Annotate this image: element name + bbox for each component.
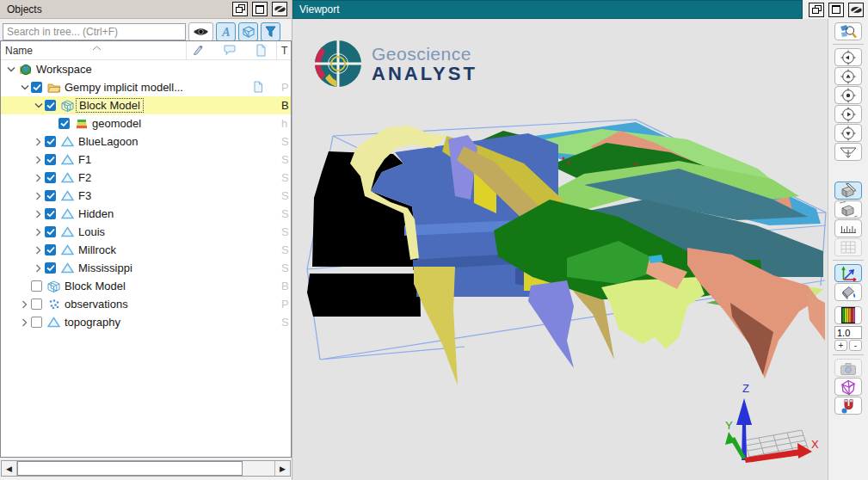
expander-closed-icon[interactable] — [32, 243, 45, 256]
expander-open-icon[interactable] — [18, 81, 31, 94]
tree-item-label: Mississippi — [76, 262, 135, 274]
view-south-button[interactable] — [834, 124, 862, 142]
tree-row-mississippi[interactable]: MississippiS — [1, 259, 291, 277]
visibility-checkbox[interactable] — [45, 226, 56, 237]
scale-increase-button[interactable]: + — [834, 340, 847, 351]
tree-row-f3[interactable]: F3S — [1, 187, 291, 205]
tree-item-label: F2 — [76, 171, 94, 184]
surface-icon — [46, 317, 62, 328]
column-header-name[interactable]: Name — [5, 45, 33, 57]
object-tree[interactable]: Name T WorkspaceGempy implicit modell...… — [0, 40, 292, 458]
scrollbar-thumb[interactable] — [17, 461, 243, 476]
scale-decrease-button[interactable]: - — [849, 340, 862, 351]
type-letter: S — [281, 189, 289, 202]
expander-closed-icon[interactable] — [32, 153, 45, 166]
wireframe-cube-button[interactable] — [834, 378, 862, 396]
visibility-checkbox[interactable] — [45, 190, 56, 201]
expander-closed-icon[interactable] — [32, 171, 45, 184]
expander-closed-icon[interactable] — [32, 207, 45, 220]
expander-closed-icon[interactable] — [32, 225, 45, 238]
visibility-checkbox[interactable] — [45, 262, 56, 274]
tree-row-louis[interactable]: LouisS — [1, 223, 291, 241]
expander-open-icon[interactable] — [4, 63, 17, 76]
view-south-icon — [839, 125, 858, 142]
view-plan-button[interactable] — [834, 86, 862, 104]
viewport-3d[interactable]: Z X Y Geoscience ANALYST — [292, 19, 828, 480]
tree-row-geomodel[interactable]: geomodelh — [1, 114, 291, 132]
visibility-checkbox[interactable] — [45, 154, 56, 165]
view-underside-button[interactable] — [834, 143, 862, 161]
hide-panel-button[interactable] — [272, 2, 287, 16]
scroll-right-button[interactable]: ▶ — [274, 461, 290, 476]
float-icon — [236, 4, 245, 14]
pen-column-icon[interactable] — [192, 44, 204, 58]
expander-closed-icon[interactable] — [18, 298, 31, 311]
float-viewport-button[interactable] — [809, 3, 824, 17]
tree-item-label: F1 — [76, 153, 94, 166]
document-icon[interactable] — [253, 81, 263, 95]
sort-indicator-icon[interactable] — [92, 41, 102, 53]
surface-icon — [59, 136, 76, 147]
view-west-button[interactable] — [834, 48, 862, 66]
color-map-button[interactable] — [834, 306, 862, 324]
visibility-checkbox[interactable] — [31, 317, 42, 328]
float-panel-button[interactable] — [232, 2, 248, 16]
slice-box-button[interactable] — [834, 200, 862, 218]
logo-text-line2: ANALYST — [372, 65, 477, 83]
tree-row-millrock[interactable]: MillrockS — [1, 241, 291, 259]
view-east-button[interactable] — [834, 105, 862, 123]
labels-toggle-button[interactable]: A — [216, 22, 236, 41]
magnet-button[interactable] — [834, 397, 862, 415]
comment-column-icon[interactable] — [223, 44, 237, 58]
filter-button[interactable] — [261, 22, 280, 41]
expander-closed-icon[interactable] — [32, 189, 45, 202]
visibility-checkbox[interactable] — [45, 136, 56, 147]
tree-row-topography[interactable]: topographyS — [1, 313, 291, 331]
visibility-checkbox[interactable] — [31, 280, 42, 292]
maximize-panel-button[interactable] — [252, 2, 268, 16]
axes-overlay-button[interactable] — [834, 264, 862, 282]
measure-button[interactable] — [834, 219, 862, 237]
type-letter: h — [281, 117, 287, 130]
visibility-checkbox[interactable] — [31, 298, 42, 310]
logo-icon — [313, 39, 363, 89]
eye-icon — [193, 27, 209, 37]
tree-row-gempy-implicit-modell[interactable]: Gempy implicit modell...P — [1, 78, 291, 96]
expander-closed-icon[interactable] — [32, 262, 45, 274]
type-letter: S — [281, 207, 289, 220]
wireframe-toggle-button[interactable] — [238, 22, 258, 41]
tree-row-observations[interactable]: observationsP — [1, 295, 291, 313]
visibility-checkbox[interactable] — [45, 208, 56, 219]
expander-closed-icon[interactable] — [18, 316, 31, 329]
horizontal-scrollbar[interactable]: ◀ ▶ — [1, 460, 291, 477]
expander-open-icon[interactable] — [32, 99, 45, 112]
objects-panel: Objects A Name T WorkspaceGempy implicit… — [0, 0, 292, 480]
tree-item-label: Workspace — [34, 63, 95, 76]
tree-row-hidden[interactable]: HiddenS — [1, 205, 291, 223]
visibility-checkbox[interactable] — [31, 82, 42, 93]
visibility-checkbox[interactable] — [45, 100, 56, 111]
tree-row-bluelagoon[interactable]: BlueLagoonS — [1, 132, 291, 151]
tree-row-block-model[interactable]: Block ModelB — [1, 277, 291, 295]
tree-row-workspace[interactable]: Workspace — [1, 60, 291, 78]
tree-row-block-model[interactable]: Block ModelB — [1, 96, 291, 114]
visibility-checkbox[interactable] — [45, 244, 56, 255]
view-north-button[interactable] — [834, 67, 862, 85]
visibility-button[interactable] — [188, 22, 213, 41]
expander-closed-icon[interactable] — [32, 135, 45, 148]
slice-model-button[interactable] — [834, 182, 862, 200]
tree-row-f2[interactable]: F2S — [1, 169, 291, 187]
column-header-type[interactable]: T — [281, 45, 287, 57]
maximize-viewport-button[interactable] — [828, 3, 844, 17]
tree-item-label: Block Model — [76, 98, 144, 113]
scale-field[interactable] — [834, 326, 862, 339]
hide-viewport-button[interactable] — [848, 3, 864, 17]
tree-row-f1[interactable]: F1S — [1, 151, 291, 169]
search-input[interactable] — [3, 23, 186, 40]
visibility-checkbox[interactable] — [58, 118, 70, 129]
fill-color-button[interactable] — [834, 283, 862, 301]
scroll-left-button[interactable]: ◀ — [2, 461, 17, 476]
visibility-checkbox[interactable] — [45, 172, 56, 183]
document-column-icon[interactable] — [255, 44, 267, 59]
zoom-to-data-button[interactable] — [834, 22, 862, 40]
